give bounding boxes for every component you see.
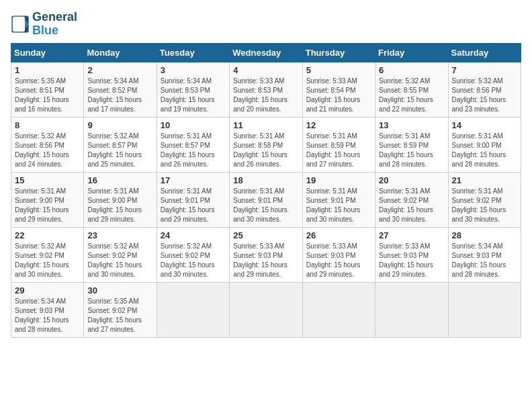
day-info: Sunrise: 5:33 AM Sunset: 8:53 PM Dayligh… [233,77,298,114]
calendar-cell: 26 Sunrise: 5:33 AM Sunset: 9:03 PM Dayl… [302,227,375,282]
calendar-header-row: SundayMondayTuesdayWednesdayThursdayFrid… [11,43,521,62]
day-number: 5 [306,65,371,75]
calendar-cell [230,282,302,337]
day-number: 24 [161,230,226,240]
day-number: 30 [87,285,152,295]
sunset-label: Sunset: 8:57 PM [161,142,210,149]
calendar-cell: 12 Sunrise: 5:31 AM Sunset: 8:59 PM Dayl… [302,117,375,172]
sunrise-label: Sunrise: 5:31 AM [233,132,284,140]
sunrise-label: Sunrise: 5:32 AM [87,242,138,250]
day-number: 19 [306,175,371,185]
day-info: Sunrise: 5:31 AM Sunset: 9:01 PM Dayligh… [233,187,298,224]
daylight-label: Daylight: 15 hours and 23 minutes. [452,96,506,113]
sunrise-label: Sunrise: 5:34 AM [15,298,66,305]
sunset-label: Sunset: 9:01 PM [233,197,283,204]
daylight-label: Daylight: 15 hours and 19 minutes. [161,96,215,113]
daylight-label: Daylight: 15 hours and 28 minutes. [452,151,506,168]
sunset-label: Sunset: 8:58 PM [233,142,283,149]
calendar-week-3: 15 Sunrise: 5:31 AM Sunset: 9:00 PM Dayl… [11,172,521,227]
day-info: Sunrise: 5:31 AM Sunset: 8:58 PM Dayligh… [233,132,298,169]
sunrise-label: Sunrise: 5:32 AM [379,77,430,85]
day-info: Sunrise: 5:31 AM Sunset: 9:01 PM Dayligh… [306,187,371,224]
day-number: 25 [233,230,298,240]
sunset-label: Sunset: 9:02 PM [87,252,137,259]
day-info: Sunrise: 5:32 AM Sunset: 9:02 PM Dayligh… [161,242,226,279]
calendar-cell: 5 Sunrise: 5:33 AM Sunset: 8:54 PM Dayli… [302,62,375,117]
sunrise-label: Sunrise: 5:35 AM [15,77,66,85]
sunrise-label: Sunrise: 5:31 AM [161,187,212,195]
sunrise-label: Sunrise: 5:35 AM [87,298,138,305]
calendar-cell: 20 Sunrise: 5:31 AM Sunset: 9:02 PM Dayl… [375,172,448,227]
calendar-cell: 16 Sunrise: 5:31 AM Sunset: 9:00 PM Dayl… [84,172,157,227]
daylight-label: Daylight: 15 hours and 28 minutes. [452,261,506,278]
day-number: 9 [87,120,152,130]
day-number: 22 [15,230,80,240]
calendar-cell: 23 Sunrise: 5:32 AM Sunset: 9:02 PM Dayl… [84,227,157,282]
day-number: 7 [452,65,517,75]
day-number: 20 [379,175,444,185]
calendar-cell: 21 Sunrise: 5:31 AM Sunset: 9:02 PM Dayl… [448,172,521,227]
day-number: 27 [379,230,444,240]
sunset-label: Sunset: 8:59 PM [379,142,429,149]
daylight-label: Daylight: 15 hours and 30 minutes. [306,206,361,223]
calendar-cell: 22 Sunrise: 5:32 AM Sunset: 9:02 PM Dayl… [11,227,84,282]
day-info: Sunrise: 5:32 AM Sunset: 8:55 PM Dayligh… [379,77,444,114]
daylight-label: Daylight: 15 hours and 29 minutes. [15,206,69,223]
calendar-cell: 18 Sunrise: 5:31 AM Sunset: 9:01 PM Dayl… [230,172,302,227]
calendar-cell [375,282,448,337]
calendar-cell: 10 Sunrise: 5:31 AM Sunset: 8:57 PM Dayl… [157,117,229,172]
daylight-label: Daylight: 15 hours and 27 minutes. [306,151,361,168]
daylight-label: Daylight: 15 hours and 29 minutes. [87,206,142,223]
sunset-label: Sunset: 9:01 PM [161,197,210,204]
sunset-label: Sunset: 8:51 PM [15,87,64,94]
sunset-label: Sunset: 9:02 PM [87,307,137,314]
calendar-cell: 7 Sunrise: 5:32 AM Sunset: 8:56 PM Dayli… [448,62,521,117]
header-friday: Friday [375,43,448,62]
day-number: 21 [452,175,517,185]
logo-icon [11,15,30,34]
day-info: Sunrise: 5:33 AM Sunset: 9:03 PM Dayligh… [306,242,371,279]
sunrise-label: Sunrise: 5:31 AM [306,132,357,140]
day-info: Sunrise: 5:35 AM Sunset: 9:02 PM Dayligh… [87,297,152,334]
calendar-cell: 29 Sunrise: 5:34 AM Sunset: 9:03 PM Dayl… [11,282,84,337]
calendar-week-1: 1 Sunrise: 5:35 AM Sunset: 8:51 PM Dayli… [11,62,521,117]
sunset-label: Sunset: 9:02 PM [161,252,210,259]
calendar-table: SundayMondayTuesdayWednesdayThursdayFrid… [11,43,521,338]
daylight-label: Daylight: 15 hours and 24 minutes. [15,151,69,168]
sunset-label: Sunset: 9:03 PM [452,252,502,259]
day-number: 15 [15,175,80,185]
sunset-label: Sunset: 9:01 PM [306,197,356,204]
day-number: 4 [233,65,298,75]
sunrise-label: Sunrise: 5:31 AM [379,132,430,140]
logo: General Blue [11,11,77,38]
sunset-label: Sunset: 8:54 PM [306,87,356,94]
day-number: 10 [161,120,226,130]
calendar-cell: 6 Sunrise: 5:32 AM Sunset: 8:55 PM Dayli… [375,62,448,117]
sunset-label: Sunset: 9:03 PM [306,252,356,259]
day-number: 12 [306,120,371,130]
sunset-label: Sunset: 9:02 PM [452,197,502,204]
day-number: 17 [161,175,226,185]
calendar-cell [448,282,521,337]
sunrise-label: Sunrise: 5:34 AM [452,242,503,250]
calendar-cell: 4 Sunrise: 5:33 AM Sunset: 8:53 PM Dayli… [230,62,302,117]
sunset-label: Sunset: 8:53 PM [233,87,283,94]
sunset-label: Sunset: 8:53 PM [161,87,210,94]
sunrise-label: Sunrise: 5:32 AM [15,132,66,140]
sunset-label: Sunset: 8:57 PM [87,142,137,149]
day-info: Sunrise: 5:33 AM Sunset: 9:03 PM Dayligh… [233,242,298,279]
day-info: Sunrise: 5:31 AM Sunset: 9:02 PM Dayligh… [452,187,517,224]
day-number: 3 [161,65,226,75]
sunrise-label: Sunrise: 5:31 AM [452,132,503,140]
sunrise-label: Sunrise: 5:32 AM [161,242,212,250]
daylight-label: Daylight: 15 hours and 28 minutes. [379,151,433,168]
logo-text: General Blue [32,11,77,38]
calendar-cell: 27 Sunrise: 5:33 AM Sunset: 9:03 PM Dayl… [375,227,448,282]
sunset-label: Sunset: 8:55 PM [379,87,429,94]
day-info: Sunrise: 5:34 AM Sunset: 8:53 PM Dayligh… [161,77,226,114]
daylight-label: Daylight: 15 hours and 28 minutes. [15,316,69,333]
sunrise-label: Sunrise: 5:31 AM [161,132,212,140]
day-info: Sunrise: 5:32 AM Sunset: 8:57 PM Dayligh… [87,132,152,169]
calendar-cell: 11 Sunrise: 5:31 AM Sunset: 8:58 PM Dayl… [230,117,302,172]
sunrise-label: Sunrise: 5:34 AM [87,77,138,85]
